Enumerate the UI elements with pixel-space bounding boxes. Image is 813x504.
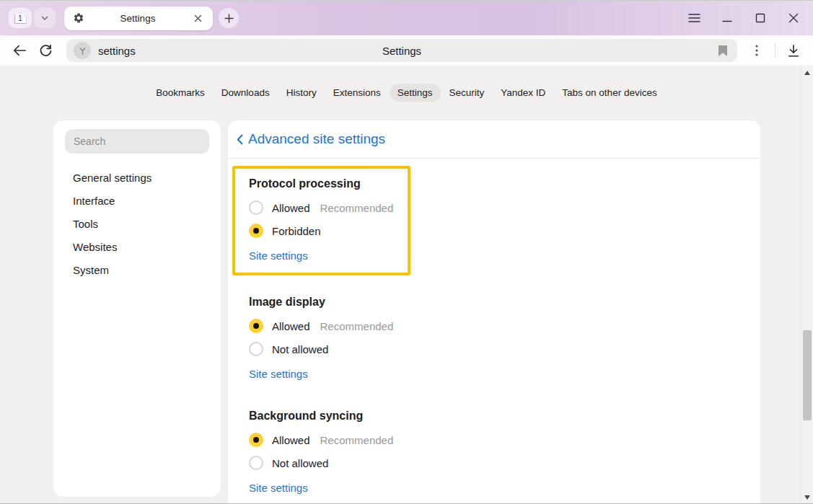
radio-option-forbidden[interactable]: Forbidden [249, 219, 400, 242]
site-settings-link[interactable]: Site settings [249, 480, 308, 496]
nav-tab-settings[interactable]: Settings [390, 84, 441, 102]
plus-icon [224, 14, 234, 23]
chevron-down-icon [40, 14, 49, 22]
site-settings-link[interactable]: Site settings [249, 366, 308, 382]
toolbar-divider [775, 43, 775, 58]
nav-tab-extensions[interactable]: Extensions [333, 87, 381, 98]
downloads-button[interactable] [783, 40, 804, 61]
radio-icon [249, 456, 263, 470]
sidebar-item-websites[interactable]: Websites [65, 235, 209, 258]
chevron-left-icon [237, 134, 243, 145]
close-icon [788, 13, 799, 23]
radio-icon [249, 433, 263, 447]
radio-label: Allowed [272, 320, 310, 332]
recommended-badge: Recommended [320, 434, 394, 446]
minimize-button[interactable] [721, 12, 734, 25]
radio-label: Allowed [272, 434, 310, 446]
address-bar: settings Settings [0, 35, 813, 66]
radio-icon [249, 319, 263, 333]
tab-list-dropdown-button[interactable] [34, 8, 56, 28]
radio-icon [249, 224, 263, 238]
window-close-button[interactable] [787, 12, 800, 25]
header-divider [228, 158, 760, 159]
page-title: Settings [66, 45, 737, 57]
back-to-settings-header[interactable]: Advanced site settings [228, 120, 760, 158]
nav-tab-downloads[interactable]: Downloads [221, 87, 270, 98]
scrollbar-thumb[interactable] [803, 330, 812, 420]
download-icon [787, 44, 800, 58]
section-page-title: Advanced site settings [248, 131, 385, 147]
radio-option-not-allowed[interactable]: Not allowed [249, 451, 760, 474]
back-button[interactable] [9, 40, 30, 61]
maximize-icon [755, 13, 765, 23]
radio-icon [249, 200, 263, 215]
gear-icon [73, 12, 84, 24]
new-tab-button[interactable] [219, 8, 239, 28]
section-title: Background syncing [249, 410, 760, 423]
sidebar-item-interface[interactable]: Interface [65, 189, 209, 212]
arrow-left-icon [12, 44, 27, 57]
settings-main-panel: Advanced site settings Protocol processi… [228, 120, 760, 503]
section-background-syncing: Background syncing Allowed Recommended N… [249, 410, 760, 496]
settings-nav-tabs: Bookmarks Downloads History Extensions S… [0, 66, 813, 102]
section-title: Image display [249, 296, 760, 309]
sidebar-item-system[interactable]: System [65, 258, 209, 281]
minimize-icon [722, 13, 732, 23]
radio-label: Not allowed [272, 343, 328, 355]
radio-label: Forbidden [272, 225, 321, 237]
recommended-badge: Recommended [320, 202, 394, 214]
scroll-up-arrow-icon[interactable] [804, 71, 810, 75]
tab-close-button[interactable] [191, 12, 204, 25]
tab-counter-button[interactable]: 1 [9, 8, 32, 28]
kebab-menu-icon [755, 45, 758, 56]
window-controls [687, 12, 800, 25]
sidebar-item-tools[interactable]: Tools [65, 212, 209, 235]
site-settings-link[interactable]: Site settings [249, 248, 308, 264]
nav-tab-other-devices[interactable]: Tabs on other devices [562, 87, 656, 98]
sidebar-items: General settings Interface Tools Website… [65, 166, 209, 281]
section-protocol-processing: Protocol processing Allowed Recommended … [232, 166, 410, 275]
settings-sidebar: General settings Interface Tools Website… [53, 120, 221, 497]
radio-icon [249, 342, 263, 356]
browser-tab-settings[interactable]: Settings [64, 6, 213, 30]
tab-title: Settings [90, 13, 185, 24]
nav-tab-yandex-id[interactable]: Yandex ID [501, 87, 545, 98]
radio-option-allowed[interactable]: Allowed Recommended [249, 428, 760, 451]
reload-button[interactable] [35, 40, 56, 61]
maximize-button[interactable] [754, 12, 767, 25]
site-protect-badge[interactable] [74, 42, 91, 59]
radio-option-allowed[interactable]: Allowed Recommended [249, 196, 400, 219]
titlebar: 1 Settings [0, 1, 813, 35]
radio-option-allowed[interactable]: Allowed Recommended [249, 314, 760, 337]
section-image-display: Image display Allowed Recommended Not al… [249, 296, 760, 382]
reload-icon [39, 44, 53, 58]
sidebar-item-general-settings[interactable]: General settings [65, 166, 209, 189]
tab-counter-badge: 1 [14, 12, 27, 24]
bookmark-button[interactable] [716, 43, 730, 58]
extensions-kebab-button[interactable] [746, 40, 768, 61]
url-bar[interactable]: settings Settings [66, 39, 737, 62]
tab-counter-group: 1 [9, 8, 56, 28]
radio-option-not-allowed[interactable]: Not allowed [249, 337, 760, 361]
recommended-badge: Recommended [320, 320, 394, 332]
yandex-protect-icon [77, 45, 88, 56]
settings-page: Bookmarks Downloads History Extensions S… [0, 66, 813, 504]
hamburger-icon [688, 13, 700, 23]
scroll-down-arrow-icon[interactable] [804, 495, 810, 500]
vertical-scrollbar[interactable] [801, 66, 813, 504]
url-text: settings [98, 45, 136, 57]
section-title: Protocol processing [249, 177, 400, 190]
browser-menu-button[interactable] [687, 12, 700, 25]
radio-label: Not allowed [272, 457, 328, 469]
radio-label: Allowed [272, 202, 310, 214]
search-input[interactable] [65, 129, 209, 154]
bookmark-icon [718, 45, 728, 57]
settings-layout: General settings Interface Tools Website… [53, 120, 813, 503]
close-icon [194, 14, 202, 22]
nav-tab-security[interactable]: Security [449, 87, 485, 98]
nav-tab-bookmarks[interactable]: Bookmarks [156, 87, 205, 98]
nav-tab-history[interactable]: History [286, 87, 317, 98]
